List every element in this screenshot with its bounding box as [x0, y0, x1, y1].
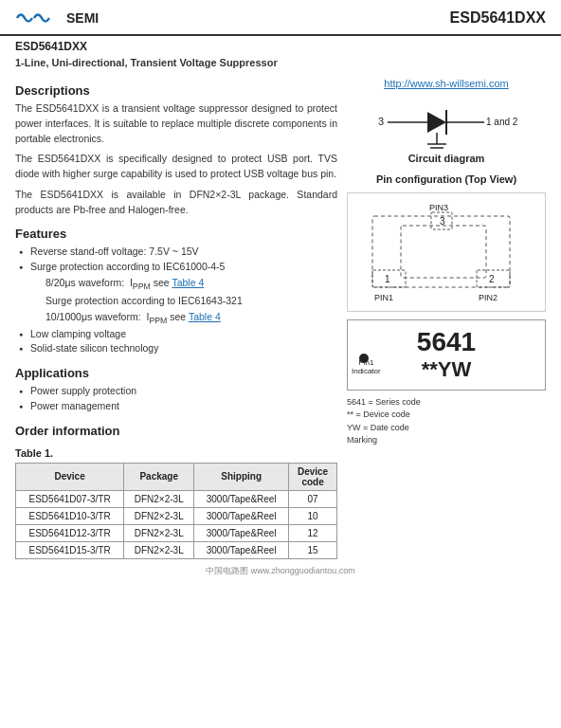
application-item-1: Power supply protection [19, 384, 337, 399]
website-link[interactable]: http://www.sh-willsemi.com [347, 78, 546, 89]
svg-rect-11 [401, 226, 486, 278]
col-package: Package [124, 463, 194, 490]
legend-line4: Marking [347, 434, 546, 447]
feature-waveform1-label: 8/20μs waveform: [45, 277, 124, 288]
order-table: Device Package Shipping Devicecode ESD56… [15, 463, 337, 559]
features-list: Reverse stand-off voltage: 7.5V ~ 15V Su… [15, 245, 337, 356]
applications-list: Power supply protection Power management [15, 384, 337, 414]
circuit-svg: 3 1 and 2 [371, 97, 522, 149]
pin-config-box: PIN3 3 1 2 PIN1 [347, 192, 546, 312]
feature-waveform1-val: IPPM see Table 4 [130, 277, 204, 288]
marking-legend: 5641 = Series code ** = Device code YW =… [347, 396, 546, 447]
table-cell: 07 [289, 490, 337, 507]
right-column: http://www.sh-willsemi.com 3 1 and 2 [347, 74, 546, 559]
marking-section: 5641 **YW Pin1Indicator 5641 = Series co… [347, 319, 546, 447]
table-cell: DFN2×2-3L [124, 524, 194, 541]
marking-number: 5641 [353, 328, 539, 357]
table-cell: ESD5641D10-3/TR [16, 507, 124, 524]
table-row: ESD5641D15-3/TRDFN2×2-3L3000/Tape&Reel15 [16, 541, 337, 558]
legend-line1: 5641 = Series code [347, 396, 546, 410]
table-cell: DFN2×2-3L [124, 490, 194, 507]
feature-voltage-value: 7.5V ~ 15V [149, 246, 198, 257]
table-cell: ESD5641D15-3/TR [16, 541, 124, 558]
svg-text:3: 3 [378, 116, 384, 127]
svg-text:3: 3 [440, 216, 445, 227]
applications-title: Applications [15, 366, 337, 380]
part-subtitle: ESD5641DXX [0, 36, 561, 55]
feature-item-1: Reverse stand-off voltage: 7.5V ~ 15V [19, 245, 337, 260]
features-title: Features [15, 227, 337, 241]
table-row: ESD5641D07-3/TRDFN2×2-3L3000/Tape&Reel07 [16, 490, 337, 507]
marking-code: **YW [353, 357, 539, 382]
table-cell: 10 [289, 507, 337, 524]
main-content: Descriptions The ESD5641DXX is a transie… [0, 74, 561, 559]
pin-config-svg: PIN3 3 1 2 PIN1 [353, 199, 529, 303]
feature-item-4: Solid-state silicon technology [19, 341, 337, 356]
svg-marker-2 [427, 112, 446, 133]
feature-surge2-label: Surge protection according to IEC61643-3… [45, 295, 243, 306]
pin-config-section: Pin configuration (Top View) PIN3 3 1 [347, 173, 546, 312]
pin-config-label: Pin configuration (Top View) [347, 173, 546, 185]
order-info-title: Order information [15, 424, 337, 438]
table-cell: 3000/Tape&Reel [194, 490, 289, 507]
logo: SEMI [15, 8, 99, 28]
product-line: 1-Line, Uni-directional, Transient Volta… [0, 55, 561, 74]
feature-surge-detail3: 10/1000μs waveform: IPPM see Table 4 [30, 309, 337, 327]
feature-surge-detail2: Surge protection according to IEC61643-3… [30, 293, 337, 309]
table-cell: 3000/Tape&Reel [194, 541, 289, 558]
col-shipping: Shipping [194, 463, 289, 490]
svg-text:PIN1: PIN1 [374, 293, 393, 302]
table-cell: DFN2×2-3L [124, 507, 194, 524]
application-item-2: Power management [19, 399, 337, 414]
marking-box: 5641 **YW Pin1Indicator [347, 319, 546, 391]
col-device: Device [16, 463, 124, 490]
legend-line2: ** = Device code [347, 409, 546, 422]
table-title: Table 1. [15, 447, 337, 459]
logo-icon [15, 8, 61, 28]
table-cell: ESD5641D12-3/TR [16, 524, 124, 541]
svg-text:1: 1 [385, 274, 390, 284]
col-device-code: Devicecode [289, 463, 337, 490]
table-cell: 3000/Tape&Reel [194, 524, 289, 541]
header: SEMI ESD5641DXX [0, 0, 561, 36]
svg-text:1 and 2: 1 and 2 [486, 117, 518, 127]
table-row: ESD5641D12-3/TRDFN2×2-3L3000/Tape&Reel12 [16, 524, 337, 541]
legend-line3: YW = Date code [347, 422, 546, 435]
feature-item-2: Surge protection according to IEC61000-4… [19, 260, 337, 327]
logo-semi-text: SEMI [66, 10, 99, 26]
feature-surge-label: Surge protection according to IEC61000-4… [30, 261, 225, 272]
table-cell: 3000/Tape&Reel [194, 507, 289, 524]
circuit-diagram-label: Circuit diagram [347, 153, 546, 164]
descriptions-para1: The ESD5641DXX is a transient voltage su… [15, 101, 337, 146]
feature-waveform2-label: 10/1000μs waveform: [45, 311, 141, 322]
table4-link-2[interactable]: Table 4 [189, 311, 221, 322]
feature-waveform2-val: IPPM see Table 4 [146, 311, 220, 322]
left-column: Descriptions The ESD5641DXX is a transie… [15, 74, 337, 559]
table4-link-1[interactable]: Table 4 [172, 277, 204, 288]
descriptions-para3: The ESD5641DXX is available in DFN2×2-3L… [15, 188, 337, 218]
order-table-section: Table 1. Device Package Shipping Devicec… [15, 447, 337, 559]
descriptions-title: Descriptions [15, 83, 337, 98]
svg-text:PIN3: PIN3 [429, 203, 448, 212]
feature-item-3: Low clamping voltage [19, 327, 337, 342]
feature-surge-detail: 8/20μs waveform: IPPM see Table 4 [30, 275, 337, 293]
svg-text:PIN2: PIN2 [479, 293, 498, 302]
table-header-row: Device Package Shipping Devicecode [16, 463, 337, 490]
pin1-indicator-label: Pin1Indicator [352, 358, 381, 376]
feature-voltage-label: Reverse stand-off voltage: [30, 246, 146, 257]
header-part-number: ESD5641DXX [450, 9, 546, 27]
descriptions-para2: The ESD5641DXX is specifically designed … [15, 152, 337, 182]
table-cell: 15 [289, 541, 337, 558]
table-cell: 12 [289, 524, 337, 541]
watermark: 中国电路图 www.zhongguodiantou.com [0, 565, 561, 577]
table-cell: DFN2×2-3L [124, 541, 194, 558]
circuit-diagram-box: 3 1 and 2 Circuit diagram [347, 97, 546, 164]
table-cell: ESD5641D07-3/TR [16, 490, 124, 507]
table-row: ESD5641D10-3/TRDFN2×2-3L3000/Tape&Reel10 [16, 507, 337, 524]
svg-text:2: 2 [489, 274, 495, 284]
